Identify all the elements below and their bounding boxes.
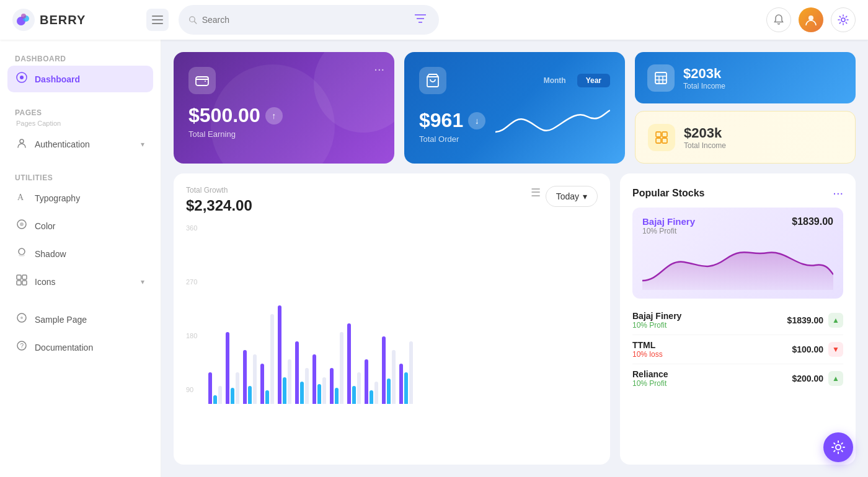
topbar: BERRY <box>0 0 868 40</box>
bar-light-1 <box>236 372 239 404</box>
bar-purple-0 <box>208 372 212 404</box>
chart-amount: $2,324.00 <box>186 197 252 214</box>
bajaj-preview-profit: 10% Profit <box>642 227 695 235</box>
settings-fab-icon <box>831 440 845 454</box>
bar-blue-2 <box>248 386 252 404</box>
sidebar-item-color[interactable]: Color <box>7 212 153 239</box>
chevron-down-icon-3: ▾ <box>583 191 587 201</box>
stock-list-item-1[interactable]: TTML10% loss$100.00▼ <box>632 335 843 364</box>
bar-purple-2 <box>243 350 247 404</box>
bar-light-10 <box>392 350 396 404</box>
stock-list-item-0[interactable]: Bajaj Finery10% Profit$1839.00▲ <box>632 306 843 335</box>
chart-card: Total Growth $2,324.00 ☰ Today ▾ <box>174 173 610 465</box>
mini-card-blue-icon <box>647 64 675 92</box>
svg-text:A: A <box>17 193 24 202</box>
top-cards-row: ··· $500.00 ↑ Total Earning <box>174 52 856 164</box>
fab-button[interactable] <box>823 432 853 462</box>
sidebar-color-label: Color <box>35 221 144 231</box>
sidebar-item-icons[interactable]: Icons ▾ <box>7 268 153 295</box>
bar-light-11 <box>409 341 413 405</box>
chart-menu-icon[interactable]: ☰ <box>531 186 541 199</box>
today-button[interactable]: Today ▾ <box>546 186 598 207</box>
bar-group-5 <box>295 341 309 405</box>
bar-group-11 <box>399 341 413 405</box>
trend-up-icon: ↑ <box>265 107 283 125</box>
bar-blue-8 <box>352 386 356 404</box>
icons-icon <box>16 274 27 289</box>
hamburger-button[interactable] <box>146 9 169 31</box>
search-input[interactable] <box>202 15 407 25</box>
bar-blue-0 <box>213 395 217 405</box>
earning-card-menu[interactable]: ··· <box>374 62 384 76</box>
dashboard-icon <box>16 72 27 86</box>
stock-trend-badge-0: ▲ <box>828 313 843 328</box>
mini-card-yellow-amount: $203k <box>684 125 726 141</box>
bar-blue-9 <box>370 390 373 404</box>
bar-purple-10 <box>382 336 386 404</box>
earning-label: Total Earning <box>188 129 379 139</box>
sidebar-item-shadow[interactable]: Shadow <box>7 240 153 267</box>
chart-controls: ☰ Today ▾ <box>531 186 598 207</box>
bar-group-4 <box>278 305 291 405</box>
bar-blue-7 <box>335 388 339 404</box>
bars-area <box>208 224 413 404</box>
sidebar-item-dashboard[interactable]: Dashboard <box>7 66 153 92</box>
mini-card-blue-amount: $203k <box>683 66 725 82</box>
order-card-content: $961 ↓ Total Order <box>419 104 610 144</box>
svg-point-13 <box>841 18 845 22</box>
chevron-down-icon: ▾ <box>141 140 144 149</box>
sidebar-utilities-section: Utilities <box>7 168 153 185</box>
stocks-header: Popular Stocks ··· <box>632 186 843 200</box>
bar-blue-3 <box>265 390 269 404</box>
bar-light-5 <box>305 368 309 404</box>
wallet-icon <box>195 73 210 88</box>
chart-y-labels: 360 270 180 90 <box>186 224 197 440</box>
svg-rect-23 <box>22 275 27 279</box>
stock-name-2: Reliance <box>632 369 668 379</box>
sidebar-item-typography[interactable]: A Typography <box>7 185 153 211</box>
avatar[interactable] <box>799 7 823 32</box>
bar-blue-5 <box>300 382 304 404</box>
svg-line-8 <box>194 22 196 24</box>
authentication-icon <box>16 137 27 151</box>
content-area: ··· $500.00 ↑ Total Earning <box>161 40 868 477</box>
filter-button[interactable] <box>412 10 429 30</box>
documentation-icon: ? <box>16 340 27 354</box>
svg-rect-30 <box>196 77 208 85</box>
bajaj-preview-top: Bajaj Finery 10% Profit $1839.00 <box>642 216 833 235</box>
color-icon <box>16 219 27 233</box>
svg-point-12 <box>808 15 813 20</box>
bar-blue-6 <box>317 384 321 404</box>
stock-price-1: $100.00 <box>792 344 823 354</box>
order-tab-month[interactable]: Month <box>535 74 575 87</box>
order-tab-year[interactable]: Year <box>577 74 610 87</box>
svg-rect-25 <box>22 281 27 285</box>
bottom-row: Total Growth $2,324.00 ☰ Today ▾ <box>174 173 856 465</box>
bar-blue-10 <box>387 379 391 404</box>
logo-area: BERRY <box>12 9 136 31</box>
sidebar-item-sample-page[interactable]: Sample Page <box>7 306 153 333</box>
stock-list-item-2[interactable]: Reliance10% Profit$200.00▲ <box>632 364 843 393</box>
stocks-menu-icon[interactable]: ··· <box>833 186 843 200</box>
bell-icon <box>773 14 784 25</box>
chevron-down-icon-2: ▾ <box>141 278 144 286</box>
stock-price-0: $1839.00 <box>787 315 823 325</box>
order-tabs: Month Year <box>535 74 610 87</box>
svg-point-21 <box>19 254 25 256</box>
svg-rect-32 <box>655 72 666 84</box>
bar-purple-11 <box>399 364 403 404</box>
order-wave-chart <box>495 104 610 144</box>
svg-rect-40 <box>662 138 667 143</box>
earning-card-icon <box>188 67 216 94</box>
svg-point-20 <box>19 248 25 255</box>
bajaj-preview-card: Bajaj Finery 10% Profit $1839.00 <box>632 208 843 299</box>
sidebar-item-documentation[interactable]: ? Documentation <box>7 334 153 361</box>
gear-icon <box>838 14 849 25</box>
user-avatar-icon <box>804 13 818 27</box>
notification-button[interactable] <box>766 7 791 32</box>
sidebar-item-authentication[interactable]: Authentication ▾ <box>7 131 153 157</box>
bar-light-9 <box>374 382 378 404</box>
bar-group-9 <box>365 359 378 405</box>
trend-down-icon: ↓ <box>468 112 485 129</box>
settings-button[interactable] <box>831 7 856 32</box>
